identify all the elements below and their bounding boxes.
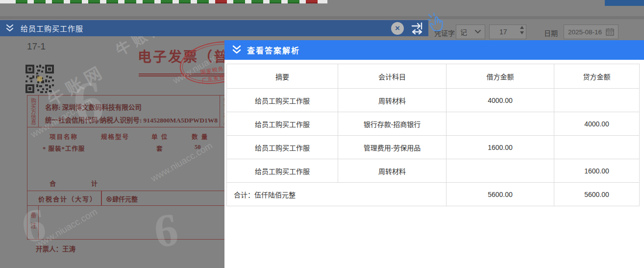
- buyer-vertical-label: 购买方信息: [27, 96, 39, 127]
- table-cell: 1600.00: [554, 159, 640, 183]
- task-title-bar: 给员工购买工作服 ×: [0, 20, 428, 36]
- buyer-info-box: 购买方信息 名称: 深圳博文数码科技有限公司 统一社会信用代码/纳税人识别号: …: [27, 95, 233, 127]
- voucher-word-select[interactable]: 记: [456, 24, 485, 39]
- table-cell: [554, 89, 640, 112]
- remark-vertical-label: 备注: [27, 206, 39, 239]
- table-cell: [446, 112, 554, 136]
- table-header-row: 摘要会计科目借方金额贷方金额: [227, 64, 640, 89]
- item-header-spec: 规格型号: [101, 132, 129, 141]
- qr-code: [25, 65, 54, 93]
- answer-panel: 查看答案解析 摘要会计科目借方金额贷方金额 给员工购买工作服周转材料4000.0…: [224, 40, 644, 268]
- total-debit: 5600.00: [446, 183, 554, 206]
- remark-box: 备注: [27, 206, 233, 240]
- table-cell: [554, 136, 640, 159]
- invoice-items-box: 项目名称 规格型号 单 位 数 量 * 服装*工作服 套 50 合计: [27, 127, 233, 191]
- tax-total-value: ⊗肆仟元整: [106, 194, 138, 203]
- table-column-header: 借方金额: [446, 64, 554, 89]
- close-icon[interactable]: ×: [391, 22, 404, 35]
- step-down-icon[interactable]: [520, 31, 524, 34]
- total-credit: 5600.00: [554, 183, 640, 206]
- answer-panel-title: 查看答案解析: [247, 44, 300, 56]
- table-cell: 4000.00: [446, 89, 554, 112]
- table-cell: 银行存款-招商银行: [338, 112, 446, 136]
- answer-panel-header[interactable]: 查看答案解析: [224, 40, 644, 60]
- date-label: 日期: [544, 28, 558, 38]
- table-cell: 管理费用-劳保用品: [338, 136, 446, 159]
- voucher-word-value: 记: [460, 27, 467, 37]
- table-cell: 给员工购买工作服: [227, 136, 338, 159]
- table-row: 给员工购买工作服周转材料4000.00: [227, 89, 640, 112]
- date-value: 2025-08-16: [568, 28, 602, 36]
- item-header-qty: 数 量: [192, 132, 208, 141]
- swap-arrows-icon[interactable]: [411, 22, 423, 35]
- item-header-name: 项目名称: [50, 132, 78, 141]
- table-row: 给员工购买工作服管理费用-劳保用品1600.00: [227, 136, 640, 159]
- tax-total-row: 价税合计（大写） ⊗肆仟元整: [27, 191, 233, 206]
- collapse-double-chevron-icon[interactable]: [5, 24, 15, 33]
- table-column-header: 摘要: [227, 64, 338, 89]
- table-cell: 4000.00: [554, 112, 640, 136]
- buyer-name: 名称: 深圳博文数码科技有限公司: [45, 102, 142, 112]
- app-window: 给员工购买工作服 × 凭证字 记: [0, 0, 644, 268]
- number-stepper[interactable]: [520, 26, 524, 34]
- item-name: * 服装*工作服: [43, 144, 85, 153]
- calendar-icon[interactable]: [606, 28, 614, 36]
- item-unit: 套: [156, 144, 163, 153]
- collapse-double-chevron-icon[interactable]: [231, 45, 242, 55]
- table-column-header: 贷方金额: [554, 64, 640, 89]
- table-total-row: 合计：伍仟陆佰元整5600.005600.00: [227, 183, 640, 206]
- table-cell: 周转材料: [338, 89, 446, 112]
- voucher-number-value: 17: [499, 28, 507, 36]
- table-cell: [446, 159, 554, 183]
- total-label: 合计：伍仟陆佰元整: [227, 183, 446, 206]
- invoice-index: 17-1: [27, 41, 46, 52]
- table-cell: 给员工购买工作服: [227, 112, 338, 136]
- date-input[interactable]: 2025-08-16: [564, 24, 619, 39]
- table-row: 给员工购买工作服银行存款-招商银行4000.00: [227, 112, 640, 136]
- table-cell: 给员工购买工作服: [227, 89, 338, 112]
- task-title: 给员工购买工作服: [21, 23, 83, 33]
- item-qty: 50: [195, 144, 201, 151]
- table-cell: 周转材料: [338, 159, 446, 183]
- step-up-icon[interactable]: [520, 26, 524, 29]
- item-header-unit: 单 位: [151, 132, 168, 141]
- cell-divider: [101, 191, 102, 205]
- invoice-issuer: 开票人：王涛: [36, 244, 75, 253]
- table-cell: 给员工购买工作服: [227, 159, 338, 183]
- answer-table: 摘要会计科目借方金额贷方金额 给员工购买工作服周转材料4000.00给员工购买工…: [226, 64, 640, 206]
- buyer-tax-id: 统一社会信用代码/纳税人识别号: 91452800MA5DPWD1W8: [45, 115, 218, 124]
- chevron-down-icon: [475, 30, 481, 34]
- table-cell: 1600.00: [446, 136, 554, 159]
- tax-total-label: 价税合计（大写）: [38, 194, 97, 203]
- table-row: 给员工购买工作服周转材料1600.00: [227, 159, 640, 183]
- hand-cursor-icon: [427, 13, 445, 35]
- items-subtotal-row: 合计: [50, 178, 99, 188]
- table-column-header: 会计科目: [338, 64, 446, 89]
- voucher-number-input[interactable]: 17: [489, 24, 526, 39]
